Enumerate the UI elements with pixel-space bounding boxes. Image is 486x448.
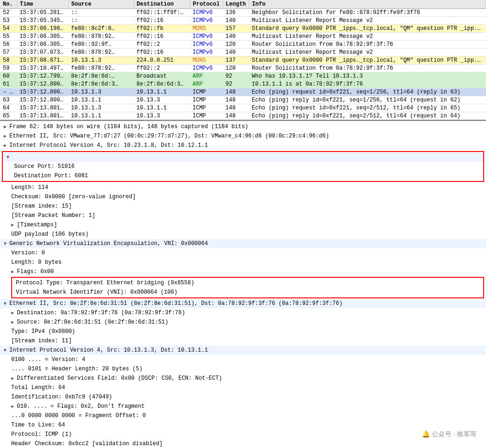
detail-line: Length: 0 bytes	[0, 258, 486, 267]
table-row[interactable]: 5915:37:10.497188fe80::878:92…ff02::2ICM…	[0, 65, 486, 72]
detail-line: Protocol Type: Transparent Ethernet brid…	[12, 278, 483, 288]
detail-line: [Stream index: 15]	[0, 202, 486, 211]
table-row[interactable]: 5715:37:07.073022fe80::878:92…ff02::16IC…	[0, 49, 486, 57]
detail-line[interactable]: Ethernet II, Src: VMware_77:d7:27 (00:0c…	[0, 131, 486, 141]
packet-detail-panel: Frame 62: 148 bytes on wire (1184 bits),…	[0, 121, 486, 448]
detail-line[interactable]: Internet Protocol Version 4, Src: 10.23.…	[0, 141, 486, 150]
table-row[interactable]: 5215:37:05.281208::ff02::1:ff9f:f…ICMPv6…	[0, 9, 486, 17]
detail-line: ...0 0000 0000 0000 = Fragment Offset: 0	[0, 411, 486, 420]
packet-list-table: No. Time Source Destination Protocol Len…	[0, 0, 486, 121]
table-row[interactable]: 5415:37:06.198048fe80::8c2f:8…ff02::fbMD…	[0, 25, 486, 33]
detail-line: Total Length: 84	[0, 383, 486, 392]
col-header-protocol: Protocol	[190, 0, 223, 9]
table-row[interactable]: 6115:37:12.8002988e:2f:8e:6d:3…8e:2f:8e:…	[0, 80, 486, 88]
detail-line: [Stream index: 11]	[0, 336, 486, 346]
detail-line: 0100 .... = Version: 4	[0, 355, 486, 364]
watermark: 🔔 公众号 · 铁军哥	[422, 430, 477, 439]
col-header-source: Source	[68, 0, 134, 9]
detail-line[interactable]: 010. .... = Flags: 0x2, Don't fragment	[0, 402, 486, 411]
detail-line[interactable]: Internet Protocol Version 4, Src: 10.13.…	[0, 346, 486, 355]
udp-red-box: Source Port: 51016Destination Port: 6081	[2, 151, 484, 182]
detail-line: [Stream Packet Number: 1]	[0, 211, 486, 220]
col-header-length: Length	[223, 0, 249, 9]
detail-line: Source Port: 51016	[3, 162, 483, 171]
col-header-no: No.	[0, 0, 17, 9]
col-header-time: Time	[17, 0, 68, 9]
detail-line: Checksum: 0x0000 [zero-value ignored]	[0, 192, 486, 202]
detail-line: UDP payload (106 bytes)	[0, 230, 486, 239]
detail-line: Identification: 0xb7c9 (47049)	[0, 392, 486, 402]
table-row[interactable]: 6515:37:13.80184410.13.1.110.13.3ICMP148…	[0, 112, 486, 121]
detail-line: Header Checksum: 0x6cc2 [validation disa…	[0, 439, 486, 448]
detail-line[interactable]: [Timestamps]	[0, 220, 486, 230]
table-row[interactable]: 6315:37:12.80070510.13.1.110.13.3ICMP148…	[0, 96, 486, 104]
col-header-destination: Destination	[134, 0, 190, 9]
table-row[interactable]: 5515:37:06.305392fe80::878:92…ff02::16IC…	[0, 33, 486, 41]
detail-line[interactable]: Ethernet II, Src: 8e:2f:8e:6d:31:51 (8e:…	[0, 299, 486, 308]
detail-line: .... 0101 = Header Length: 20 bytes (5)	[0, 364, 486, 374]
table-row[interactable]: 5315:37:05.345082::ff02::16ICMPv6140Mult…	[0, 17, 486, 25]
table-row[interactable]: 6015:37:12.7998898e:2f:8e:6d:…BroadcastA…	[0, 72, 486, 80]
gnve-red-box: Protocol Type: Transparent Ethernet brid…	[11, 277, 484, 298]
detail-line: Type: IPv4 (0x0800)	[0, 327, 486, 336]
detail-line: Time to Live: 64	[0, 420, 486, 430]
detail-line: Length: 114	[0, 183, 486, 192]
table-header-row: No. Time Source Destination Protocol Len…	[0, 0, 486, 9]
detail-line[interactable]: Differentiated Services Field: 0x00 (DSC…	[0, 374, 486, 383]
detail-line[interactable]: Flags: 0x00	[0, 267, 486, 276]
table-row[interactable]: 6415:37:13.80136810.13.1.310.13.1.1ICMP1…	[0, 104, 486, 112]
detail-line[interactable]: Frame 62: 148 bytes on wire (1184 bits),…	[0, 122, 486, 131]
detail-line[interactable]: Destination: 0a:78:92:9f:3f:76 (0a:78:92…	[0, 308, 486, 318]
col-header-info: Info	[249, 0, 486, 9]
detail-line[interactable]: Source: 8e:2f:8e:6d:31:51 (8e:2f:8e:6d:3…	[0, 318, 486, 327]
detail-line[interactable]	[3, 152, 483, 162]
detail-line: Virtual Network Identifier (VNI): 0x0000…	[12, 288, 483, 297]
table-row[interactable]: 5615:37:06.305416fe80::92:9f…ff02::2ICMP…	[0, 41, 486, 49]
table-row[interactable]: 5815:37:08.87141810.13.1.3224.0.0.251MDN…	[0, 57, 486, 65]
table-row[interactable]: → 6215:37:12.80048510.13.1.310.13.1.1ICM…	[0, 88, 486, 96]
detail-line: Destination Port: 6081	[3, 171, 483, 181]
detail-line: Protocol: ICMP (1)	[0, 430, 486, 439]
detail-line: Version: 0	[0, 248, 486, 258]
detail-line[interactable]: Generic Network Virtualization Encapsula…	[0, 239, 486, 248]
